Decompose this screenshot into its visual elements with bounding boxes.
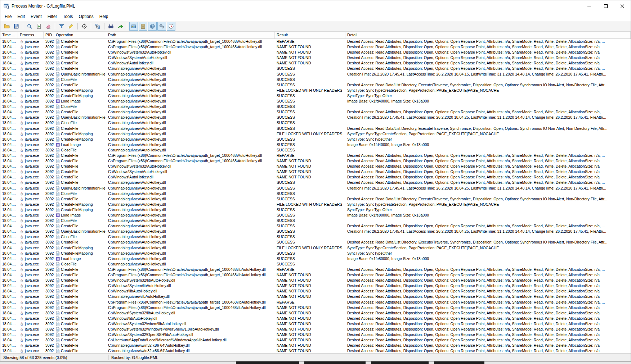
event-row[interactable]: 18.04....java.exe3092CreateFileC:\Window… — [0, 55, 631, 60]
toolbar-button-show-network-activity[interactable] — [148, 22, 157, 31]
event-row[interactable]: 18.04....java.exe3092QueryBasicInformati… — [0, 186, 631, 191]
event-row[interactable]: 18.04....java.exe3092CloseFileC:\runnabl… — [0, 234, 631, 240]
event-row[interactable]: 18.04....java.exe3092CreateFileC:\Window… — [0, 50, 631, 55]
event-row[interactable]: 18.04....java.exe3092CreateFileC:\Users\… — [0, 337, 631, 343]
menu-item-help[interactable]: Help — [97, 13, 111, 20]
event-row[interactable]: 18.04....java.exe3092CreateFileC:\runnab… — [0, 294, 631, 299]
toolbar-button-show-process-tree[interactable] — [93, 22, 102, 31]
toolbar-button-highlight[interactable] — [67, 22, 75, 31]
event-row[interactable]: 18.04....java.exe3092CreateFileC:\Window… — [0, 60, 631, 66]
event-row[interactable]: 18.04....java.exe3092CreateFileMappingC:… — [0, 207, 631, 213]
menu-item-edit[interactable]: Edit — [14, 13, 28, 20]
toolbar-button-filter[interactable] — [57, 22, 66, 31]
menu-item-filter[interactable]: Filter — [45, 13, 60, 20]
event-row[interactable]: 18.04....java.exe3092CreateFileC:\Window… — [0, 310, 631, 316]
event-row[interactable]: 18.04....java.exe3092CreateFileC:\Window… — [0, 283, 631, 288]
column-header-time[interactable]: Time ... — [0, 32, 18, 38]
event-row[interactable]: 18.04....java.exe3092CreateFileC:\runnab… — [0, 82, 631, 88]
event-row[interactable]: 18.04....java.exe3092CreateFileMappingC:… — [0, 251, 631, 256]
event-row[interactable]: 18.04....java.exe3092CreateFileC:\Progra… — [0, 158, 631, 164]
event-row[interactable]: 18.04....java.exe3092CloseFileC:\runnabl… — [0, 104, 631, 109]
event-row[interactable]: 18.04....java.exe3092QueryBasicInformati… — [0, 229, 631, 234]
title-bar[interactable]: Process Monitor - G:\Logfile.PML — [0, 0, 631, 12]
column-header-process[interactable]: Process... — [18, 32, 44, 38]
event-row[interactable]: 18.04....java.exe3092CreateFileC:\runnab… — [0, 240, 631, 245]
toolbar-button-save-log[interactable] — [12, 22, 21, 31]
toolbar-button-capture-events[interactable] — [25, 22, 34, 31]
event-row[interactable]: 18.04....java.exe3092CreateFileC:\Window… — [0, 278, 631, 283]
column-header-detail[interactable]: Detail — [345, 32, 631, 38]
event-row[interactable]: 18.04....java.exe3092CreateFileC:\runnab… — [0, 343, 631, 348]
cell-operation: CreateFile — [54, 82, 106, 88]
toolbar-button-include-process-from-window[interactable] — [80, 22, 89, 31]
event-row[interactable]: 18.04....java.exe3092CloseFileC:\runnabl… — [0, 77, 631, 82]
event-row[interactable]: 18.04....java.exe3092CreateFileC:\Window… — [0, 327, 631, 332]
toolbar-button-show-profiling-events[interactable] — [167, 22, 175, 31]
toolbar-button-autoscroll[interactable] — [35, 22, 43, 31]
toolbar-button-find[interactable] — [107, 22, 115, 31]
file-operation-icon — [56, 332, 60, 337]
event-row[interactable]: 18.04....java.exe3092CloseFileC:\runnabl… — [0, 261, 631, 267]
event-row[interactable]: 18.04....java.exe3092CloseFileC:\runnabl… — [0, 191, 631, 196]
event-row[interactable]: 18.04....java.exe3092CloseFileC:\runnabl… — [0, 147, 631, 153]
event-row[interactable]: 18.04....java.exe3092QueryBasicInformati… — [0, 72, 631, 77]
event-row[interactable]: 18.04....java.exe3092CreateFileMappingC:… — [0, 93, 631, 99]
java-process-icon — [20, 273, 24, 277]
event-row[interactable]: 18.04....java.exe3092CreateFileC:\runnab… — [0, 348, 631, 353]
event-row[interactable]: 18.04....java.exe3092CreateFileC:\runnab… — [0, 196, 631, 202]
event-row[interactable]: 18.04....java.exe3092CreateFileMappingC:… — [0, 245, 631, 251]
event-row[interactable]: 18.04....java.exe3092CreateFileC:\runnab… — [0, 180, 631, 185]
event-row[interactable]: 18.04....java.exe3092CreateFileC:\runnab… — [0, 66, 631, 71]
event-row[interactable]: 18.04....java.exe3092CreateFileC:\runnab… — [0, 109, 631, 115]
minimize-button[interactable] — [581, 0, 598, 12]
cell-result: SUCCESS — [275, 120, 345, 126]
event-row[interactable]: 18.04....java.exe3092CreateFileC:\Progra… — [0, 300, 631, 305]
menu-item-options[interactable]: Options — [76, 13, 96, 20]
event-row[interactable]: 18.04....java.exe3092Load ImageC:\runnab… — [0, 213, 631, 218]
cell-process: java.exe — [18, 240, 44, 245]
event-row[interactable]: 18.04....java.exe3092Load ImageC:\runnab… — [0, 99, 631, 104]
event-row[interactable]: 18.04....java.exe3092CreateFileC:\Window… — [0, 164, 631, 169]
event-row[interactable]: 18.04....java.exe3092CreateFileC:\Progra… — [0, 44, 631, 50]
menu-item-event[interactable]: Event — [28, 13, 45, 20]
event-row[interactable]: 18.04....java.exe3092CreateFileC:\Window… — [0, 321, 631, 327]
event-row[interactable]: 18.04....java.exe3092CreateFileMappingC:… — [0, 88, 631, 93]
toolbar-button-show-registry-activity[interactable] — [129, 22, 138, 31]
event-row[interactable]: 18.04....java.exe3092CreateFileMappingC:… — [0, 131, 631, 137]
java-process-icon — [20, 251, 24, 255]
column-header-pid[interactable]: PID — [44, 32, 54, 38]
toolbar-button-show-filesystem-activity[interactable] — [139, 22, 147, 31]
event-row[interactable]: 18.04....java.exe3092QueryBasicInformati… — [0, 115, 631, 120]
maximize-button[interactable] — [598, 0, 614, 12]
event-row[interactable]: 18.04....java.exe3092CreateFileC:\Window… — [0, 288, 631, 294]
event-row[interactable]: 18.04....java.exe3092CreateFileC:\Progra… — [0, 267, 631, 272]
event-row[interactable]: 18.04....java.exe3092CloseFileC:\runnabl… — [0, 218, 631, 223]
toolbar-button-jump-to-object[interactable] — [116, 22, 125, 31]
close-button[interactable] — [614, 0, 631, 12]
menu-item-tools[interactable]: Tools — [60, 13, 76, 20]
event-row[interactable]: 18.04....java.exe3092CreateFileC:\Window… — [0, 174, 631, 180]
event-row[interactable]: 18.04....java.exe3092CreateFileC:\Window… — [0, 169, 631, 174]
toolbar-button-show-process-activity[interactable] — [157, 22, 166, 31]
event-row[interactable]: 18.04....java.exe3092CreateFileC:\runnab… — [0, 126, 631, 131]
procmon-app-icon[interactable] — [4, 3, 9, 9]
column-header-operation[interactable]: Operation — [54, 32, 106, 38]
event-row[interactable]: 18.04....java.exe3092CreateFileMappingC:… — [0, 202, 631, 207]
event-row[interactable]: 18.04....java.exe3092CreateFileC:\Window… — [0, 316, 631, 321]
menu-item-file[interactable]: File — [2, 13, 14, 20]
column-header-result[interactable]: Result — [275, 32, 345, 38]
toolbar-button-open-log[interactable] — [3, 22, 11, 31]
event-row[interactable]: 18.04....java.exe3092CreateFileC:\Progra… — [0, 153, 631, 158]
event-row[interactable]: 18.04....java.exe3092CreateFileC:\Window… — [0, 332, 631, 337]
event-row[interactable]: 18.04....java.exe3092Load ImageC:\runnab… — [0, 256, 631, 261]
event-row[interactable]: 18.04....java.exe3092CreateFileC:\Progra… — [0, 272, 631, 278]
event-row[interactable]: 18.04....java.exe3092CreateFileMappingC:… — [0, 137, 631, 142]
toolbar-button-clear-display[interactable] — [44, 22, 53, 31]
event-row[interactable]: 18.04....java.exe3092CreateFileC:\Progra… — [0, 39, 631, 44]
event-row[interactable]: 18.04....java.exe3092CreateFileC:\Progra… — [0, 305, 631, 310]
event-row[interactable]: 18.04....java.exe3092CreateFileC:\runnab… — [0, 223, 631, 229]
event-row[interactable]: 18.04....java.exe3092CloseFileC:\runnabl… — [0, 120, 631, 126]
column-header-path[interactable]: Path — [106, 32, 275, 38]
event-row[interactable]: 18.04....java.exe3092Load ImageC:\runnab… — [0, 142, 631, 147]
java-process-icon — [20, 181, 24, 185]
